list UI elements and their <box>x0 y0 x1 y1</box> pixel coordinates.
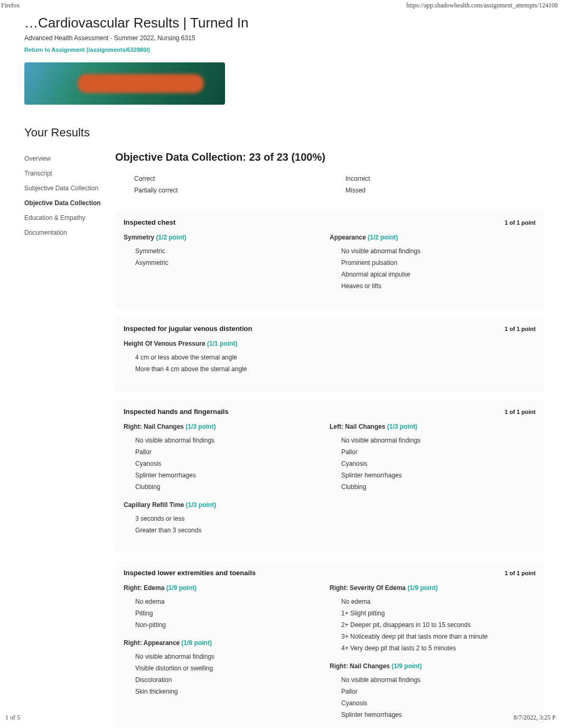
legend-item: Incorrect <box>333 175 544 182</box>
option-item: Pitting <box>124 607 330 619</box>
category-points: (1/9 point) <box>166 584 197 592</box>
page-url: https://app.shadowhealth.com/assignment_… <box>406 2 558 10</box>
option-item: Splinter hemorrhages <box>330 469 536 481</box>
category-title-text: Capillary Refill Time <box>124 501 186 509</box>
option-item: 4 cm or less above the sternal angle <box>124 352 330 363</box>
category-title: Symmetry (1/2 point) <box>124 234 330 241</box>
option-item: No edema <box>330 596 536 607</box>
result-card: Inspected chest1 of 1 pointSymmetry (1/2… <box>115 211 544 309</box>
category-title-text: Height Of Venous Pressure <box>124 340 207 347</box>
option-item: Visible distortion or swelling <box>124 662 330 674</box>
card-col-left: Right: Edema (1/9 point)No edemaPittingN… <box>124 584 330 728</box>
sidebar-item-subjective-data-collection[interactable]: Subjective Data Collection <box>24 181 109 196</box>
result-card: Inspected for jugular venous distention1… <box>115 317 544 392</box>
option-item: 3 seconds or less <box>124 513 330 524</box>
category-block: Right: Nail Changes (1/3 point)No visibl… <box>124 423 330 493</box>
page-subtitle: Advanced Health Assessment - Summer 2022… <box>24 34 544 42</box>
return-to-assignment-link[interactable]: Return to Assignment (/assignments/63288… <box>24 47 150 53</box>
option-item: Splinter hemorrhages <box>124 469 330 481</box>
footer-datetime: 8/7/2022, 3:25 P <box>513 714 556 722</box>
sidebar-item-objective-data-collection[interactable]: Objective Data Collection <box>24 196 109 210</box>
option-item: 3+ Noticeably deep pit that lasts more t… <box>330 631 536 642</box>
option-item: Clubbing <box>124 481 330 493</box>
category-points: (1/9 point) <box>182 639 212 647</box>
brand-banner <box>24 62 225 105</box>
category-title-text: Appearance <box>330 234 368 241</box>
option-item: Asymmetric <box>124 257 330 269</box>
card-title: Inspected lower extremities and toenails <box>124 569 256 577</box>
card-header: Inspected hands and fingernails1 of 1 po… <box>124 408 536 416</box>
card-body: Height Of Venous Pressure (1/1 point)4 c… <box>124 340 536 383</box>
card-title: Inspected chest <box>124 218 175 226</box>
section-title: Your Results <box>24 126 544 140</box>
category-points: (1/9 point) <box>391 662 422 670</box>
category-points: (1/2 point) <box>368 234 398 241</box>
sidebar-item-documentation[interactable]: Documentation <box>24 225 109 240</box>
option-item: Cyanosis <box>330 458 536 469</box>
category-title-text: Symmetry <box>124 234 156 241</box>
option-item: Heaves or lifts <box>330 280 536 292</box>
category-block: Capillary Refill Time (1/3 point)3 secon… <box>124 501 330 536</box>
option-item: Pallor <box>330 686 536 697</box>
category-points: (1/9 point) <box>407 584 437 592</box>
category-title: Height Of Venous Pressure (1/1 point) <box>124 340 330 347</box>
card-col-right: Appearance (1/2 point)No visible abnorma… <box>330 234 536 300</box>
card-header: Inspected lower extremities and toenails… <box>124 569 536 577</box>
legend-item: Missed <box>333 187 544 194</box>
category-title: Capillary Refill Time (1/3 point) <box>124 501 330 509</box>
footer-page-indicator: 1 of 5 <box>5 714 20 722</box>
results-sidebar: OverviewTranscriptSubjective Data Collec… <box>24 151 115 728</box>
option-item: No edema <box>124 596 330 607</box>
category-block: Right: Appearance (1/9 point)No visible … <box>124 639 330 697</box>
option-item: 1+ Slight pitting <box>330 607 536 619</box>
card-body: Right: Edema (1/9 point)No edemaPittingN… <box>124 584 536 728</box>
card-header: Inspected chest1 of 1 point <box>124 218 536 226</box>
option-item: 4+ Very deep pit that lasts 2 to 5 minut… <box>330 642 536 654</box>
option-item: No visible abnormal findings <box>330 435 536 446</box>
card-header: Inspected for jugular venous distention1… <box>124 325 536 333</box>
legend: CorrectPartially correct IncorrectMissed <box>115 175 544 198</box>
card-title: Inspected hands and fingernails <box>124 408 229 416</box>
category-block: Symmetry (1/2 point)SymmetricAsymmetric <box>124 234 330 269</box>
card-score: 1 of 1 point <box>504 219 536 226</box>
category-points: (1/3 point) <box>387 423 417 430</box>
category-title: Right: Appearance (1/9 point) <box>124 639 330 647</box>
results-main: Objective Data Collection: 23 of 23 (100… <box>115 151 544 728</box>
category-points: (1/3 point) <box>185 423 216 430</box>
legend-swatch <box>121 187 129 194</box>
category-title: Right: Severity Of Edema (1/9 point) <box>330 584 536 592</box>
page-title: …Cardiovascular Results | Turned In <box>24 15 544 31</box>
option-item: Cyanosis <box>124 458 330 469</box>
category-block: Right: Edema (1/9 point)No edemaPittingN… <box>124 584 330 631</box>
legend-item: Correct <box>121 175 333 182</box>
option-item: Non-pitting <box>124 619 330 631</box>
card-body: Symmetry (1/2 point)SymmetricAsymmetricA… <box>124 234 536 300</box>
page-content: …Cardiovascular Results | Turned In Adva… <box>0 0 561 728</box>
sidebar-item-overview[interactable]: Overview <box>24 151 109 166</box>
option-item: Greater than 3 seconds <box>124 524 330 536</box>
category-block: Height Of Venous Pressure (1/1 point)4 c… <box>124 340 330 375</box>
category-title: Appearance (1/2 point) <box>330 234 536 241</box>
sidebar-item-transcript[interactable]: Transcript <box>24 166 109 181</box>
option-item: Cyanosis <box>330 697 536 709</box>
option-item: No visible abnormal findings <box>330 674 536 686</box>
category-title: Right: Nail Changes (1/9 point) <box>330 662 536 670</box>
page-footer: 1 of 5 8/7/2022, 3:25 P <box>0 709 561 726</box>
sidebar-item-education-empathy[interactable]: Education & Empathy <box>24 210 109 225</box>
option-item: No visible abnormal findings <box>124 651 330 662</box>
category-title: Right: Nail Changes (1/3 point) <box>124 423 330 430</box>
card-score: 1 of 1 point <box>504 409 536 415</box>
card-col-left: Symmetry (1/2 point)SymmetricAsymmetric <box>124 234 330 300</box>
card-body: Right: Nail Changes (1/3 point)No visibl… <box>124 423 536 545</box>
category-title: Right: Edema (1/9 point) <box>124 584 330 592</box>
option-item: Symmetric <box>124 245 330 257</box>
category-block: Right: Severity Of Edema (1/9 point)No e… <box>330 584 536 654</box>
option-item: No visible abnormal findings <box>330 245 536 257</box>
category-points: (1/3 point) <box>186 501 216 509</box>
option-item: Clubbing <box>330 481 536 493</box>
card-score: 1 of 1 point <box>504 570 536 576</box>
option-item: Prominent pulsation <box>330 257 536 269</box>
category-title-text: Right: Nail Changes <box>124 423 185 430</box>
legend-swatch <box>333 175 340 182</box>
category-title-text: Right: Nail Changes <box>330 662 391 670</box>
